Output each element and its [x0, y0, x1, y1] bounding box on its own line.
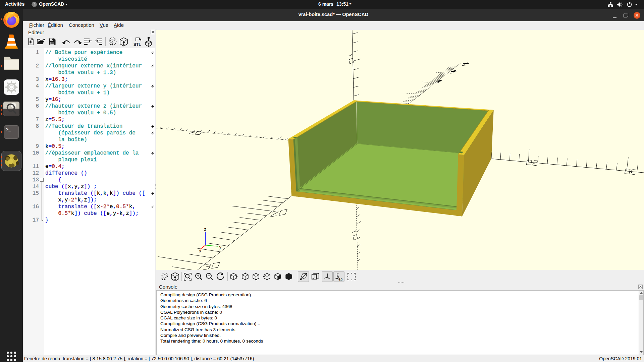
svg-text:STL: STL: [133, 42, 141, 47]
svg-text:z: z: [204, 227, 207, 232]
svg-text:10: 10: [339, 278, 343, 281]
svg-text:>_: >_: [6, 127, 11, 132]
svg-text:y: y: [219, 244, 222, 249]
svg-text:x: x: [199, 248, 202, 253]
